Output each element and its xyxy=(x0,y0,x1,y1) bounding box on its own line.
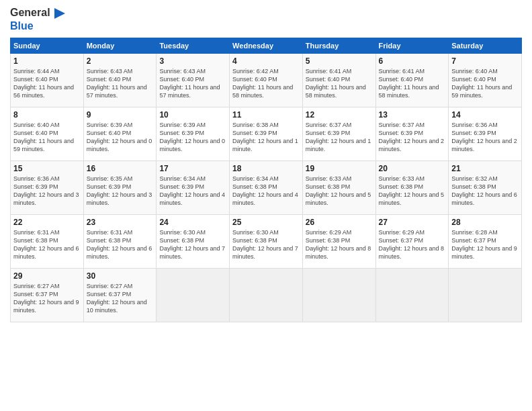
day-number: 10 xyxy=(159,110,226,120)
day-number: 29 xyxy=(13,271,81,281)
day-cell: 24 Sunrise: 6:30 AMSunset: 6:38 PMDaylig… xyxy=(157,214,230,268)
day-cell: 4 Sunrise: 6:42 AMSunset: 6:40 PMDayligh… xyxy=(230,53,303,107)
week-row-2: 8 Sunrise: 6:40 AMSunset: 6:40 PMDayligh… xyxy=(11,107,522,161)
day-number: 19 xyxy=(306,164,373,173)
day-info: Sunrise: 6:33 AMSunset: 6:38 PMDaylight:… xyxy=(379,175,446,208)
week-row-4: 22 Sunrise: 6:31 AMSunset: 6:38 PMDaylig… xyxy=(11,214,522,268)
day-info: Sunrise: 6:29 AMSunset: 6:38 PMDaylight:… xyxy=(306,228,373,261)
calendar-header: SundayMondayTuesdayWednesdayThursdayFrid… xyxy=(11,38,522,53)
day-cell: 8 Sunrise: 6:40 AMSunset: 6:40 PMDayligh… xyxy=(11,107,84,161)
day-number: 1 xyxy=(13,56,81,66)
day-cell xyxy=(375,268,449,322)
day-info: Sunrise: 6:36 AMSunset: 6:39 PMDaylight:… xyxy=(451,121,519,154)
day-cell: 1 Sunrise: 6:44 AMSunset: 6:40 PMDayligh… xyxy=(11,53,84,107)
day-cell: 13 Sunrise: 6:37 AMSunset: 6:39 PMDaylig… xyxy=(375,107,449,161)
day-info: Sunrise: 6:34 AMSunset: 6:39 PMDaylight:… xyxy=(159,175,226,208)
day-cell: 11 Sunrise: 6:38 AMSunset: 6:39 PMDaylig… xyxy=(230,107,303,161)
column-header-sunday: Sunday xyxy=(11,38,84,53)
day-cell: 27 Sunrise: 6:29 AMSunset: 6:37 PMDaylig… xyxy=(375,214,449,268)
day-cell: 15 Sunrise: 6:36 AMSunset: 6:39 PMDaylig… xyxy=(11,161,84,214)
day-cell: 9 Sunrise: 6:39 AMSunset: 6:40 PMDayligh… xyxy=(83,107,157,161)
day-number: 15 xyxy=(13,164,81,173)
day-cell: 30 Sunrise: 6:27 AMSunset: 6:37 PMDaylig… xyxy=(83,268,157,322)
day-info: Sunrise: 6:39 AMSunset: 6:40 PMDaylight:… xyxy=(87,121,154,154)
day-number: 13 xyxy=(379,110,446,120)
day-cell: 29 Sunrise: 6:27 AMSunset: 6:37 PMDaylig… xyxy=(11,268,84,322)
day-number: 12 xyxy=(306,110,373,120)
day-number: 5 xyxy=(306,56,373,66)
day-cell xyxy=(230,268,303,322)
day-cell xyxy=(302,268,375,322)
day-info: Sunrise: 6:35 AMSunset: 6:39 PMDaylight:… xyxy=(87,175,154,208)
week-row-1: 1 Sunrise: 6:44 AMSunset: 6:40 PMDayligh… xyxy=(11,53,522,107)
day-cell: 22 Sunrise: 6:31 AMSunset: 6:38 PMDaylig… xyxy=(11,214,84,268)
day-info: Sunrise: 6:34 AMSunset: 6:38 PMDaylight:… xyxy=(232,175,300,208)
day-number: 28 xyxy=(451,218,519,227)
day-cell: 6 Sunrise: 6:41 AMSunset: 6:40 PMDayligh… xyxy=(375,53,449,107)
page-header: General Blue xyxy=(10,7,522,32)
day-number: 9 xyxy=(87,110,154,120)
day-number: 18 xyxy=(232,164,300,173)
day-number: 14 xyxy=(451,110,519,120)
page-container: General Blue SundayMondayTuesdayWednesda… xyxy=(0,0,532,411)
day-info: Sunrise: 6:37 AMSunset: 6:39 PMDaylight:… xyxy=(379,121,446,154)
day-number: 6 xyxy=(379,56,446,66)
day-cell: 28 Sunrise: 6:28 AMSunset: 6:37 PMDaylig… xyxy=(449,214,522,268)
day-number: 7 xyxy=(451,56,519,66)
day-info: Sunrise: 6:31 AMSunset: 6:38 PMDaylight:… xyxy=(87,228,154,261)
day-number: 22 xyxy=(13,218,81,227)
day-info: Sunrise: 6:27 AMSunset: 6:37 PMDaylight:… xyxy=(13,282,81,315)
column-header-monday: Monday xyxy=(83,38,157,53)
column-header-thursday: Thursday xyxy=(302,38,375,53)
day-cell: 5 Sunrise: 6:41 AMSunset: 6:40 PMDayligh… xyxy=(302,53,375,107)
column-header-saturday: Saturday xyxy=(449,38,522,53)
day-number: 4 xyxy=(232,56,300,66)
day-number: 8 xyxy=(13,110,81,120)
day-info: Sunrise: 6:41 AMSunset: 6:40 PMDaylight:… xyxy=(379,67,446,100)
day-cell xyxy=(449,268,522,322)
day-cell: 16 Sunrise: 6:35 AMSunset: 6:39 PMDaylig… xyxy=(83,161,157,214)
day-number: 30 xyxy=(87,271,154,281)
day-number: 17 xyxy=(159,164,226,173)
day-info: Sunrise: 6:41 AMSunset: 6:40 PMDaylight:… xyxy=(306,67,373,100)
day-number: 25 xyxy=(232,218,300,227)
day-cell: 7 Sunrise: 6:40 AMSunset: 6:40 PMDayligh… xyxy=(449,53,522,107)
logo: General Blue xyxy=(10,7,66,32)
day-info: Sunrise: 6:29 AMSunset: 6:37 PMDaylight:… xyxy=(379,228,446,261)
day-number: 2 xyxy=(87,56,154,66)
day-cell: 17 Sunrise: 6:34 AMSunset: 6:39 PMDaylig… xyxy=(157,161,230,214)
day-info: Sunrise: 6:42 AMSunset: 6:40 PMDaylight:… xyxy=(232,67,300,100)
day-cell: 20 Sunrise: 6:33 AMSunset: 6:38 PMDaylig… xyxy=(375,161,449,214)
day-info: Sunrise: 6:33 AMSunset: 6:38 PMDaylight:… xyxy=(306,175,373,208)
day-number: 20 xyxy=(379,164,446,173)
day-info: Sunrise: 6:40 AMSunset: 6:40 PMDaylight:… xyxy=(451,67,519,100)
day-cell: 25 Sunrise: 6:30 AMSunset: 6:38 PMDaylig… xyxy=(230,214,303,268)
day-info: Sunrise: 6:38 AMSunset: 6:39 PMDaylight:… xyxy=(232,121,300,154)
week-row-3: 15 Sunrise: 6:36 AMSunset: 6:39 PMDaylig… xyxy=(11,161,522,214)
day-cell: 26 Sunrise: 6:29 AMSunset: 6:38 PMDaylig… xyxy=(302,214,375,268)
day-info: Sunrise: 6:27 AMSunset: 6:37 PMDaylight:… xyxy=(87,282,154,315)
day-cell: 21 Sunrise: 6:32 AMSunset: 6:38 PMDaylig… xyxy=(449,161,522,214)
day-number: 23 xyxy=(87,218,154,227)
day-number: 16 xyxy=(87,164,154,173)
day-cell: 14 Sunrise: 6:36 AMSunset: 6:39 PMDaylig… xyxy=(449,107,522,161)
day-cell: 19 Sunrise: 6:33 AMSunset: 6:38 PMDaylig… xyxy=(302,161,375,214)
day-info: Sunrise: 6:43 AMSunset: 6:40 PMDaylight:… xyxy=(159,67,226,100)
day-cell xyxy=(157,268,230,322)
day-cell: 18 Sunrise: 6:34 AMSunset: 6:38 PMDaylig… xyxy=(230,161,303,214)
day-info: Sunrise: 6:30 AMSunset: 6:38 PMDaylight:… xyxy=(232,228,300,261)
week-row-5: 29 Sunrise: 6:27 AMSunset: 6:37 PMDaylig… xyxy=(11,268,522,322)
day-cell: 12 Sunrise: 6:37 AMSunset: 6:39 PMDaylig… xyxy=(302,107,375,161)
day-info: Sunrise: 6:32 AMSunset: 6:38 PMDaylight:… xyxy=(451,175,519,208)
day-info: Sunrise: 6:28 AMSunset: 6:37 PMDaylight:… xyxy=(451,228,519,261)
day-number: 3 xyxy=(159,56,226,66)
day-info: Sunrise: 6:40 AMSunset: 6:40 PMDaylight:… xyxy=(13,121,81,154)
day-number: 24 xyxy=(159,218,226,227)
column-header-wednesday: Wednesday xyxy=(230,38,303,53)
day-number: 21 xyxy=(451,164,519,173)
logo-text: General Blue xyxy=(10,7,66,32)
column-header-friday: Friday xyxy=(375,38,449,53)
day-info: Sunrise: 6:30 AMSunset: 6:38 PMDaylight:… xyxy=(159,228,226,261)
day-cell: 10 Sunrise: 6:39 AMSunset: 6:39 PMDaylig… xyxy=(157,107,230,161)
svg-marker-0 xyxy=(54,8,65,19)
